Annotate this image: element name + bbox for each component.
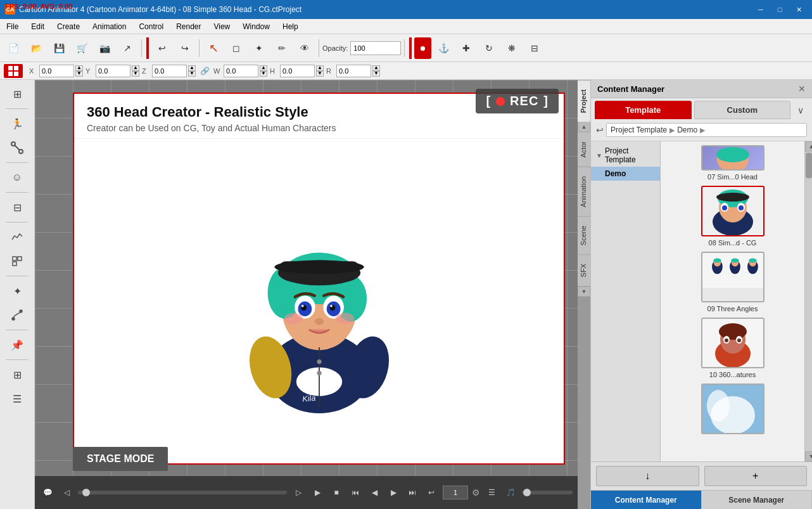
tab-chevron[interactable]: ∨ (793, 101, 808, 119)
thumb-3[interactable] (701, 252, 764, 302)
download-button[interactable]: ↓ (596, 466, 699, 486)
stop-button[interactable]: ■ (329, 485, 344, 500)
h-input[interactable]: 0.0 (280, 65, 315, 77)
select-button[interactable]: ↖ (203, 37, 224, 59)
tool-bottom2[interactable]: ☰ (4, 387, 30, 410)
undo-button[interactable]: ↩ (151, 37, 173, 59)
scroll-up[interactable]: ▲ (805, 141, 812, 151)
timeline-slider-right[interactable]: ▷ (291, 485, 306, 500)
tree-root-item[interactable]: ▼ Project Template (591, 144, 660, 167)
prev-key[interactable]: ⏮ (348, 485, 363, 500)
breadcrumb-back[interactable]: ↩ (596, 125, 604, 135)
scrollbar-thumb[interactable] (806, 153, 812, 178)
chat-button[interactable]: 💬 (40, 485, 55, 500)
menu-control[interactable]: Control (132, 19, 170, 34)
tool-particle[interactable]: ✦ (4, 280, 30, 302)
list-item-2[interactable]: 08 Sim...d - CG (664, 186, 801, 247)
audio-icon[interactable]: 🎵 (503, 485, 518, 500)
h-spinner[interactable]: ▲▼ (316, 65, 324, 77)
r-input[interactable]: 0.0 (336, 65, 371, 77)
bottom-tab-scene-manager[interactable]: Scene Manager (702, 491, 813, 509)
menu-animation[interactable]: Animation (86, 19, 132, 34)
tool-bottom1[interactable]: ⊞ (4, 363, 30, 386)
tool-group[interactable] (4, 250, 30, 273)
scrollbar-v[interactable]: ▲ ▼ (804, 141, 812, 461)
thumb-4[interactable] (701, 318, 764, 368)
menu-window[interactable]: Window (236, 19, 276, 34)
w-input[interactable]: 0.0 (224, 65, 258, 77)
sidebar-item-project[interactable]: Project (578, 80, 590, 122)
z-input[interactable]: 0.0 (152, 65, 187, 77)
sidebar-item-sfx[interactable]: SFX (578, 254, 590, 286)
save-button[interactable]: 💾 (48, 37, 70, 59)
y-input[interactable]: 0.0 (96, 65, 130, 77)
next-key[interactable]: ⏭ (405, 485, 420, 500)
eye-button[interactable]: 👁 (294, 37, 315, 59)
tool-motion[interactable]: 🏃 (4, 112, 30, 135)
compose-button[interactable]: ↗ (117, 37, 138, 59)
tool-face[interactable]: ☺ (4, 166, 30, 189)
volume-track[interactable] (522, 491, 573, 494)
menu-view[interactable]: View (207, 19, 236, 34)
thumb-2[interactable] (701, 186, 764, 236)
volume-thumb[interactable] (523, 489, 531, 496)
z-spinner[interactable]: ▲▼ (188, 65, 196, 77)
new-button[interactable]: 📄 (3, 37, 24, 59)
export-button[interactable]: 🛒 (71, 37, 92, 59)
stage-mode-button[interactable]: STAGE MODE (73, 447, 168, 471)
menu-edit[interactable]: Edit (25, 19, 51, 34)
scroll-up-arrow[interactable]: ▲ (578, 122, 590, 132)
list-item-5[interactable] (664, 383, 801, 434)
camera-button[interactable]: 📷 (94, 37, 115, 59)
timeline-list[interactable]: ☰ (484, 485, 499, 500)
menu-render[interactable]: Render (170, 19, 207, 34)
scroll-down[interactable]: ▼ (805, 451, 812, 461)
tab-custom[interactable]: Custom (694, 101, 791, 119)
layers-button[interactable]: ⊟ (524, 37, 545, 59)
thumb-5[interactable] (701, 383, 764, 434)
tool-bones[interactable] (4, 136, 30, 159)
loop-button[interactable]: ↩ (424, 485, 439, 500)
y-spinner[interactable]: ▲▼ (132, 65, 139, 77)
timeline-thumb[interactable] (82, 489, 90, 496)
w-spinner[interactable]: ▲▼ (260, 65, 267, 77)
tool-deform[interactable] (4, 304, 30, 326)
anchor-button[interactable]: ⚓ (433, 37, 454, 59)
sidebar-item-animation[interactable]: Animation (578, 167, 590, 216)
x-spinner[interactable]: ▲▼ (75, 65, 83, 77)
play-button[interactable]: ▶ (310, 485, 325, 500)
spring-button[interactable]: ❋ (501, 37, 523, 59)
tool-grid2[interactable]: ⊟ (4, 196, 30, 219)
sidebar-item-scene[interactable]: Scene (578, 216, 590, 254)
r-spinner[interactable]: ▲▼ (372, 65, 380, 77)
x-input[interactable]: 0.0 (39, 65, 74, 77)
menu-file[interactable]: File (0, 19, 25, 34)
tree-child-item[interactable]: Demo (591, 167, 660, 181)
maximize-button[interactable]: □ (771, 3, 788, 16)
record-button[interactable]: ⏺ (414, 37, 431, 59)
timeline-slider-left[interactable]: ◁ (59, 485, 74, 500)
menu-create[interactable]: Create (51, 19, 86, 34)
sidebar-item-actor[interactable]: Actor (578, 132, 590, 167)
next-frame[interactable]: ▶ (386, 485, 401, 500)
cm-close-button[interactable]: ✕ (798, 84, 806, 94)
list-item-3[interactable]: 09 Three Angles (664, 252, 801, 312)
tool-timeline[interactable] (4, 226, 30, 248)
list-item-1[interactable]: 07 Sim...0 Head (664, 145, 801, 181)
minimize-button[interactable]: ─ (752, 3, 769, 16)
list-item-4[interactable]: 10 360...atures (664, 318, 801, 378)
bottom-tab-content-manager[interactable]: Content Manager (591, 491, 702, 509)
opacity-input[interactable]: 100 (350, 41, 401, 55)
thumb-1[interactable] (701, 145, 764, 171)
transform-button[interactable]: ◻ (225, 37, 247, 59)
frame-input[interactable] (443, 486, 468, 499)
prev-frame[interactable]: ◀ (367, 485, 382, 500)
lock-icon[interactable]: 🔗 (198, 65, 211, 77)
timeline-track[interactable] (78, 491, 287, 494)
tab-template[interactable]: Template (595, 101, 692, 119)
redo-button[interactable]: ↪ (174, 37, 196, 59)
timeline-settings[interactable]: ⚙ (472, 487, 480, 498)
scroll-down-arrow[interactable]: ▼ (578, 287, 590, 297)
tool-grid[interactable]: ⊞ (4, 82, 30, 105)
menu-help[interactable]: Help (276, 19, 305, 34)
